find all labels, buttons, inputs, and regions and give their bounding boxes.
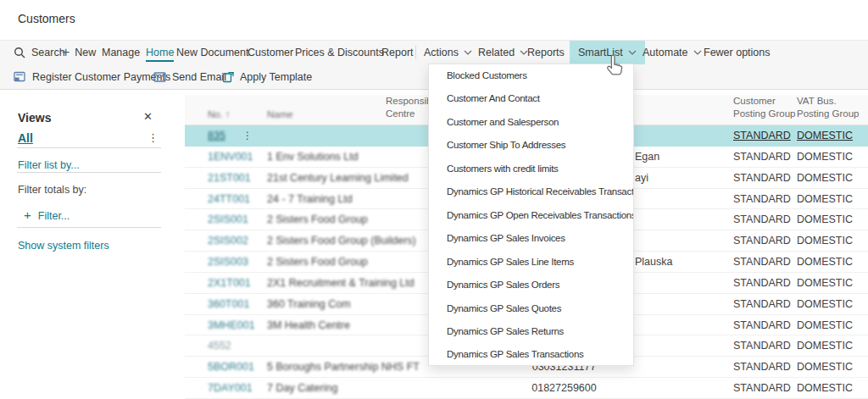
ribbon-menu[interactable]: Automate	[643, 41, 702, 64]
cell-vat-bus-posting-group[interactable]: DOMESTIC	[797, 252, 853, 273]
cell-no[interactable]: 2X1T001	[208, 273, 251, 294]
column-header-vat-bus-posting-group[interactable]: VAT Bus. Posting Group	[797, 95, 863, 119]
cell-no[interactable]: 835	[208, 125, 225, 147]
cell-no[interactable]: 21ST001	[208, 168, 251, 189]
cell-name[interactable]: 5 Boroughs Partnership NHS FT	[267, 357, 420, 378]
ribbon-tab[interactable]: Report	[381, 41, 414, 64]
cell-vat-bus-posting-group[interactable]: DOMESTIC	[797, 294, 853, 315]
cell-customer-posting-group[interactable]: STANDARD	[733, 125, 791, 147]
fewer-options-button[interactable]: Fewer options	[704, 41, 771, 64]
column-header-customer-posting-group[interactable]: Customer Posting Group	[733, 95, 797, 119]
cell-no[interactable]: 360T001	[208, 294, 249, 315]
table-row[interactable]: 7DAY001 ⋮ 7 Day Catering 01827259600 STA…	[185, 378, 868, 399]
search-icon	[14, 47, 25, 58]
filter-list-by-link[interactable]: Filter list by...	[18, 159, 80, 171]
cell-no[interactable]: 3MHE001	[208, 315, 255, 336]
view-all-link[interactable]: All	[18, 131, 33, 145]
cell-customer-posting-group[interactable]: STANDARD	[733, 378, 791, 399]
close-icon[interactable]: ✕	[143, 110, 153, 123]
column-header-no[interactable]: No. ↑	[208, 109, 231, 119]
cell-customer-posting-group[interactable]: STANDARD	[733, 357, 791, 378]
cell-name[interactable]: 24 - 7 Training Ltd	[267, 189, 353, 210]
cell-vat-bus-posting-group[interactable]: DOMESTIC	[797, 209, 853, 230]
cell-vat-bus-posting-group[interactable]: DOMESTIC	[797, 147, 853, 168]
cell-vat-bus-posting-group[interactable]: DOMESTIC	[797, 315, 853, 336]
smartlist-menu-item[interactable]: Dynamics GP Sales Returns	[429, 320, 633, 343]
ribbon-tab[interactable]: Customer	[248, 41, 293, 64]
smartlist-menu-item[interactable]: Customers with credit limits	[429, 158, 633, 180]
cell-name[interactable]: 2 Sisters Food Group (Builders)	[267, 230, 416, 252]
chevron-down-icon	[693, 50, 702, 55]
ribbon-menu-label: Related	[478, 47, 515, 58]
cell-name[interactable]: 360 Training Com	[267, 294, 351, 315]
cell-name[interactable]: 2X1 Recruitment & Training Ltd	[267, 273, 415, 294]
cell-customer-posting-group[interactable]: STANDARD	[733, 189, 791, 210]
smartlist-menu-item[interactable]: Dynamics GP Sales Line Items	[429, 251, 633, 274]
smartlist-menu-item[interactable]: Dynamics GP Historical Receivables Trans…	[429, 180, 633, 203]
cell-no[interactable]: 7DAY001	[208, 378, 253, 399]
ribbon-menu-label: Actions	[424, 47, 459, 58]
cell-no[interactable]: 2SIS003	[208, 252, 248, 273]
cell-vat-bus-posting-group[interactable]: DOMESTIC	[797, 168, 853, 189]
cell-name[interactable]: 3M Health Centre	[267, 315, 350, 336]
new-button[interactable]: + New	[62, 41, 96, 64]
show-system-filters-link[interactable]: Show system filters	[18, 240, 109, 252]
smartlist-menu-item[interactable]: Customer And Contact	[429, 87, 633, 110]
smartlist-menu-item[interactable]: Customer Ship To Addresses	[429, 134, 633, 157]
search-label: Search	[31, 47, 65, 58]
smartlist-menu-item[interactable]: Dynamics GP Sales Invoices	[429, 227, 633, 250]
ribbon-menu[interactable]: Related	[478, 41, 528, 64]
ribbon-menu[interactable]: Actions	[424, 41, 472, 64]
cell-vat-bus-posting-group[interactable]: DOMESTIC	[797, 378, 853, 399]
cell-customer-posting-group[interactable]: STANDARD	[733, 147, 791, 168]
cell-no[interactable]: 5BOR001	[208, 357, 254, 378]
action-button[interactable]: Send Email	[153, 64, 226, 89]
action-button-label: Apply Template	[240, 71, 312, 83]
cell-no[interactable]: 24TT001	[208, 189, 250, 210]
ribbon-tab[interactable]: Prices & Discounts	[295, 41, 384, 64]
cell-vat-bus-posting-group[interactable]: DOMESTIC	[797, 273, 853, 294]
smartlist-menu-item[interactable]: Dynamics GP Sales Transactions	[429, 343, 633, 366]
ribbon-menu[interactable]: SmartList	[570, 41, 645, 64]
cell-name[interactable]: 1 Env Solutions Ltd	[267, 147, 359, 168]
ribbon-tab[interactable]: Home	[146, 41, 174, 64]
cell-no[interactable]: 4552	[208, 335, 231, 357]
ribbon-tab[interactable]: New Document	[176, 41, 248, 64]
cell-customer-posting-group[interactable]: STANDARD	[733, 294, 791, 315]
column-header-name[interactable]: Name	[267, 109, 293, 119]
cell-customer-posting-group[interactable]: STANDARD	[733, 252, 791, 273]
divider	[17, 227, 161, 228]
cell-customer-posting-group[interactable]: STANDARD	[733, 209, 791, 230]
cell-name[interactable]: 2 Sisters Food Group	[267, 252, 368, 273]
manage-button[interactable]: Manage	[102, 41, 140, 64]
cell-vat-bus-posting-group[interactable]: DOMESTIC	[797, 230, 853, 252]
action-button[interactable]: Apply Template	[222, 64, 312, 89]
cell-vat-bus-posting-group[interactable]: DOMESTIC	[797, 357, 853, 378]
cell-vat-bus-posting-group[interactable]: DOMESTIC	[797, 335, 853, 357]
cell-customer-posting-group[interactable]: STANDARD	[733, 273, 791, 294]
cell-name[interactable]: 7 Day Catering	[267, 378, 337, 399]
cell-customer-posting-group[interactable]: STANDARD	[733, 315, 791, 336]
view-options-ellipsis-icon[interactable]: ⋮	[147, 131, 159, 144]
row-ellipsis-icon[interactable]: ⋮	[242, 125, 253, 147]
chevron-down-icon	[628, 50, 637, 55]
action-button[interactable]: Register Customer Payments	[14, 64, 170, 89]
ribbon-menu-label: Reports	[527, 47, 565, 58]
smartlist-menu-item[interactable]: Customer and Salesperson	[429, 111, 633, 134]
add-filter-button[interactable]: +Filter...	[24, 208, 70, 223]
cell-name[interactable]: 21st Century Learning Limited	[267, 168, 409, 189]
cell-no[interactable]: 1ENV001	[208, 147, 253, 168]
cell-no[interactable]: 2SIS001	[208, 209, 248, 230]
cell-customer-posting-group[interactable]: STANDARD	[733, 168, 791, 189]
cell-vat-bus-posting-group[interactable]: DOMESTIC	[797, 189, 853, 210]
cell-name[interactable]: 2 Sisters Food Group	[267, 209, 368, 230]
cell-customer-posting-group[interactable]: STANDARD	[733, 335, 791, 357]
search-button[interactable]: Search	[14, 41, 65, 64]
smartlist-menu-item[interactable]: Dynamics GP Sales Orders	[429, 274, 633, 296]
cell-vat-bus-posting-group[interactable]: DOMESTIC	[797, 125, 853, 147]
smartlist-menu-item[interactable]: Dynamics GP Sales Quotes	[429, 297, 633, 320]
smartlist-menu-item[interactable]: Blocked Customers	[429, 64, 633, 87]
cell-no[interactable]: 2SIS002	[208, 230, 248, 252]
smartlist-menu-item[interactable]: Dynamics GP Open Receivables Transaction…	[429, 204, 633, 227]
cell-customer-posting-group[interactable]: STANDARD	[733, 230, 791, 252]
